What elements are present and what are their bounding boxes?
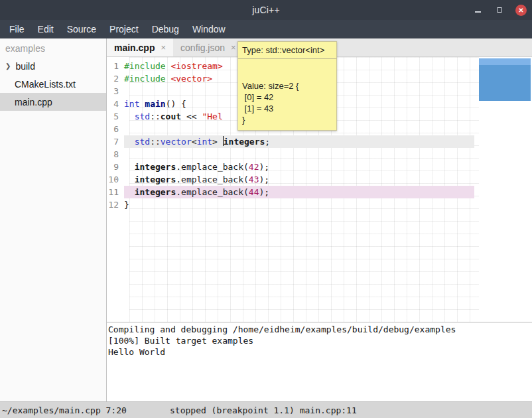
tab-close-icon[interactable]: × [231,42,236,52]
menu-file[interactable]: File [3,20,31,38]
code-token: std [135,137,150,147]
close-icon[interactable]: ✕ [515,5,527,16]
tooltip-value-line: [1] = 43 [242,103,332,114]
tab-config-json[interactable]: config.json× [173,38,243,56]
code-line[interactable]: integers.emplace_back(42); [124,161,474,173]
restore-icon[interactable] [494,4,505,16]
line-number[interactable]: 11 [107,186,124,198]
tooltip-type-line: Type: std::vector<int> [237,41,337,59]
code-token: integers [135,174,176,184]
line-number[interactable]: 12 [107,198,124,211]
code-token: .emplace_back( [176,187,249,197]
editor-line: 12} [107,198,479,211]
tree-item-main-cpp[interactable]: main.cpp [0,93,106,111]
menu-bar: FileEditSourceProjectDebugWindow [0,20,532,38]
code-token: integers [224,137,265,147]
code-token: ); [259,187,270,197]
code-line[interactable]: } [124,198,474,211]
code-token [124,187,135,197]
tab-label: main.cpp [114,42,155,53]
code-token: #include [124,61,170,71]
status-file-position: ~/examples/main.cpp 7:20 [0,405,127,415]
file-tree: ❯buildCMakeLists.txtmain.cpp [0,57,106,111]
menu-project[interactable]: Project [103,20,145,38]
line-number[interactable]: 8 [107,148,124,161]
output-terminal[interactable]: Compiling and debugging /home/eidheim/ex… [107,322,532,401]
window-title: juCi++ [0,5,532,15]
code-token: int [124,99,139,109]
tree-item-label: CMakeLists.txt [15,79,76,90]
line-number[interactable]: 7 [107,135,124,148]
editor-line: 10 integers.emplace_back(43); [107,173,479,186]
code-token [124,162,135,172]
editor-line: 8 [107,148,479,161]
menu-debug[interactable]: Debug [145,20,186,38]
editor-scroll-area [479,57,532,322]
menu-window[interactable]: Window [186,20,232,38]
code-token: ); [259,174,270,184]
code-token: cout [161,111,181,121]
line-number[interactable]: 6 [107,123,124,135]
code-token [124,111,135,121]
line-number[interactable]: 4 [107,98,124,110]
code-token: :: [150,137,161,147]
tree-item-label: main.cpp [15,97,52,107]
status-debug-state: stopped (breakpoint 1.1) main.cpp:11 [170,405,357,415]
file-browser: examples ❯buildCMakeLists.txtmain.cpp [0,38,107,401]
tab-main-cpp[interactable]: main.cpp× [107,38,173,56]
tree-item-build[interactable]: ❯build [0,57,106,75]
tree-item-label: build [15,61,35,72]
debug-tooltip: Type: std::vector<int> Value: size=2 { [… [237,41,337,131]
menu-source[interactable]: Source [60,20,103,38]
code-line[interactable]: integers.emplace_back(44); [124,186,474,198]
tab-label: config.json [180,42,225,53]
code-token: } [124,200,129,210]
tooltip-value-line: [0] = 42 [242,92,332,103]
editor-line: 9 integers.emplace_back(42); [107,161,479,173]
tooltip-value-line: Value: size=2 { [242,80,332,92]
code-token: .emplace_back( [176,174,249,184]
code-line[interactable]: integers.emplace_back(43); [124,173,474,186]
code-token: <vector> [170,74,212,84]
status-bar: ~/examples/main.cpp 7:20 stopped (breakp… [0,401,532,418]
minimize-icon[interactable] [472,4,484,16]
code-token: 42 [249,162,259,172]
code-token: :: [150,111,161,121]
code-token: "Hel [202,111,222,121]
code-token: integers [135,162,176,172]
code-line[interactable]: std::vector<int> integers; [124,135,474,148]
tooltip-value-block: Value: size=2 { [0] = 42 [1] = 43} [237,59,337,131]
code-token: < [192,137,197,147]
code-token: > [212,137,223,147]
code-token: int [197,137,212,147]
line-number[interactable]: 2 [107,72,124,85]
terminal-line: [100%] Built target examples [108,336,531,347]
code-token: .emplace_back( [176,162,249,172]
scrollbar-thumb[interactable] [479,58,531,101]
project-name: examples [0,38,106,57]
tree-item-cmakelists-txt[interactable]: CMakeLists.txt [0,75,106,93]
menu-edit[interactable]: Edit [31,20,60,38]
terminal-line: Compiling and debugging /home/eidheim/ex… [108,324,531,336]
code-token: main [145,99,165,109]
code-token: std [135,111,150,121]
code-token: 43 [249,174,259,184]
code-token: <iostream> [170,61,222,71]
line-number[interactable]: 3 [107,85,124,98]
tab-close-icon[interactable]: × [161,42,166,52]
title-bar: juCi++ ✕ [0,0,532,20]
code-token: #include [124,74,170,84]
editor-line: 11 integers.emplace_back(44); [107,186,479,198]
code-token: ); [259,162,270,172]
line-number[interactable]: 10 [107,173,124,186]
code-token: integers [135,187,176,197]
code-token: << [181,111,202,121]
line-number[interactable]: 9 [107,161,124,173]
chevron-right-icon: ❯ [5,62,11,70]
window-controls: ✕ [472,0,527,20]
code-token [124,137,135,147]
line-number[interactable]: 5 [107,110,124,123]
code-token: ; [265,137,270,147]
line-number[interactable]: 1 [107,60,124,72]
code-line[interactable] [124,148,474,161]
